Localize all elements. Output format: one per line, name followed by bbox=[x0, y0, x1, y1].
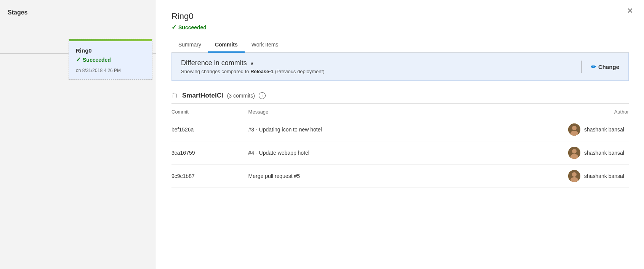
chevron-down-icon: ∨ bbox=[250, 60, 254, 66]
separator-line bbox=[171, 103, 629, 104]
stage-card-status-label: Succeeded bbox=[83, 57, 111, 63]
commit-message: #3 - Updating icon to new hotel bbox=[248, 118, 463, 141]
author-cell: shashank bansal bbox=[463, 165, 629, 188]
diff-subtitle: Showing changes compared to Release-1 (P… bbox=[181, 69, 572, 74]
author-name: shashank bansal bbox=[584, 126, 624, 133]
left-panel: Stages Ring0 ✓ Succeeded on 8/31/2018 4:… bbox=[0, 0, 156, 269]
diff-release-name: Release-1 bbox=[250, 69, 274, 74]
diff-left: Difference in commits ∨ Showing changes … bbox=[181, 59, 572, 74]
svg-point-4 bbox=[572, 149, 577, 154]
right-panel: ✕ Ring0 ✓ Succeeded Summary Commits Work… bbox=[156, 0, 644, 269]
stage-card-title: Ring0 bbox=[76, 47, 145, 54]
status-check-icon: ✓ bbox=[171, 24, 176, 31]
panel-title: Ring0 bbox=[171, 11, 629, 21]
commit-hash[interactable]: 3ca16759 bbox=[171, 141, 248, 165]
repo-name: SmartHotelCI bbox=[182, 92, 223, 99]
stage-card[interactable]: Ring0 ✓ Succeeded on 8/31/2018 4:26 PM bbox=[69, 39, 152, 80]
panel-status-label: Succeeded bbox=[178, 24, 207, 30]
diff-section: Difference in commits ∨ Showing changes … bbox=[171, 53, 629, 81]
author-cell: shashank bansal bbox=[463, 141, 629, 165]
tabs-container: Summary Commits Work Items bbox=[171, 38, 629, 53]
diff-release-suffix: (Previous deployment) bbox=[274, 69, 325, 74]
diff-title: Difference in commits ∨ bbox=[181, 59, 572, 67]
stage-card-status: ✓ Succeeded bbox=[76, 56, 145, 63]
tab-commits[interactable]: Commits bbox=[208, 38, 245, 53]
author-name: shashank bansal bbox=[584, 173, 624, 179]
check-icon: ✓ bbox=[76, 56, 81, 63]
stage-card-date: on 8/31/2018 4:26 PM bbox=[76, 68, 145, 73]
table-row: 9c9c1b87Merge pull request #5 shashank b… bbox=[171, 165, 629, 188]
vertical-divider bbox=[582, 61, 582, 73]
avatar bbox=[568, 170, 580, 182]
diff-title-text: Difference in commits bbox=[181, 59, 247, 67]
stage-card-body: Ring0 ✓ Succeeded on 8/31/2018 4:26 PM bbox=[69, 41, 152, 79]
table-row: bef1526a#3 - Updating icon to new hotel … bbox=[171, 118, 629, 141]
commit-message: #4 - Update webapp hotel bbox=[248, 141, 463, 165]
col-message: Message bbox=[248, 106, 463, 118]
commit-message: Merge pull request #5 bbox=[248, 165, 463, 188]
change-button[interactable]: ✏ Change bbox=[591, 63, 619, 70]
col-author: Author bbox=[463, 106, 629, 118]
panel-status: ✓ Succeeded bbox=[171, 24, 629, 31]
change-label: Change bbox=[598, 64, 619, 70]
svg-point-1 bbox=[572, 126, 577, 130]
stages-title: Stages bbox=[8, 9, 148, 16]
repo-icon: ⛫ bbox=[171, 91, 178, 99]
commits-table: Commit Message Author bef1526a#3 - Updat… bbox=[171, 106, 629, 188]
repo-commits-count: (3 commits) bbox=[227, 93, 255, 99]
avatar bbox=[568, 123, 580, 136]
author-cell: shashank bansal bbox=[463, 118, 629, 141]
svg-point-7 bbox=[572, 172, 577, 177]
author-name: shashank bansal bbox=[584, 150, 624, 156]
info-icon[interactable]: i bbox=[259, 92, 266, 99]
close-button[interactable]: ✕ bbox=[627, 7, 633, 14]
col-commit: Commit bbox=[171, 106, 248, 118]
commit-hash[interactable]: bef1526a bbox=[171, 118, 248, 141]
avatar bbox=[568, 147, 580, 159]
table-row: 3ca16759#4 - Update webapp hotel shashan… bbox=[171, 141, 629, 165]
edit-icon: ✏ bbox=[591, 63, 596, 70]
repo-title-row: ⛫ SmartHotelCI (3 commits) i bbox=[171, 91, 629, 99]
commit-hash[interactable]: 9c9c1b87 bbox=[171, 165, 248, 188]
tab-work-items[interactable]: Work Items bbox=[245, 38, 285, 53]
diff-subtitle-prefix: Showing changes compared to bbox=[181, 69, 250, 74]
tab-summary[interactable]: Summary bbox=[171, 38, 208, 53]
repo-section: ⛫ SmartHotelCI (3 commits) i Commit Mess… bbox=[171, 91, 629, 188]
